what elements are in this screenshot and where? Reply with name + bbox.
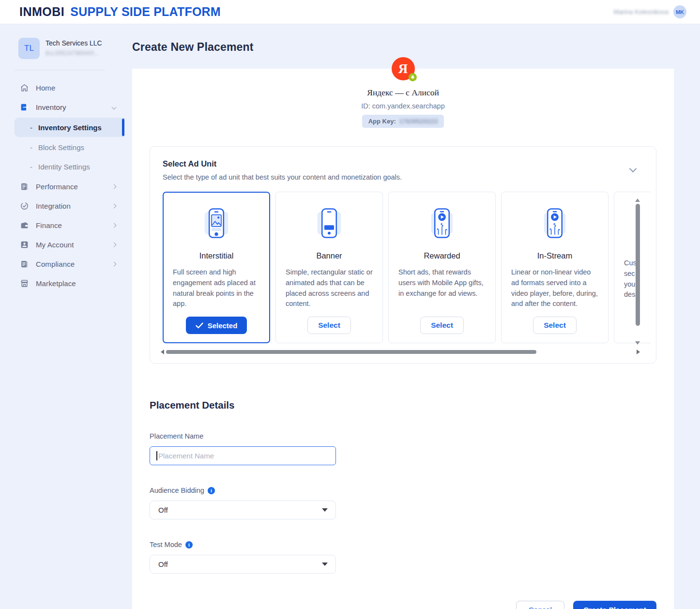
horizontal-scrollbar[interactable]	[161, 349, 640, 355]
ad-card-in-stream[interactable]: In-Stream Linear or non-linear video ad …	[501, 192, 609, 343]
yandex-glyph: Я	[398, 62, 408, 76]
app-header: Я Яндекс — с Алисой ID: com.yandex.searc…	[132, 69, 674, 128]
scroll-down-arrow[interactable]	[635, 341, 640, 345]
sidebar-item-label: Integration	[36, 202, 71, 210]
test-mode-select[interactable]: Off	[150, 555, 336, 574]
ad-card-description: Full screen and high engagement ads plac…	[173, 267, 260, 309]
top-bar: INMOBI SUPPLY SIDE PLATFORM Marina Koles…	[0, 0, 700, 24]
dash-bullet: -	[30, 143, 32, 152]
ad-unit-title: Select Ad Unit	[163, 159, 643, 168]
sidebar: TL Tech Services LLC 8cc39524798940f... …	[0, 24, 124, 609]
home-icon	[19, 83, 29, 92]
test-mode-label: Test Mode i	[150, 541, 656, 548]
main-content: Create New Placement Я Яндекс — с Алисой…	[124, 24, 700, 609]
ad-card-rewarded[interactable]: Rewarded Short ads, that rewards users w…	[388, 192, 496, 343]
ad-card-interstitial[interactable]: Interstitial Full screen and high engage…	[163, 192, 270, 343]
account-name: Tech Services LLC	[46, 38, 102, 47]
cancel-button[interactable]: Cancel	[516, 601, 564, 609]
ad-card-title: Interstitial	[173, 251, 260, 260]
brand-product: SUPPLY SIDE PLATFORM	[70, 5, 221, 19]
sidebar-item-label: Marketplace	[36, 279, 76, 288]
chevron-right-icon	[112, 261, 117, 266]
app-key-pill: App Key: 17839520223	[362, 115, 444, 128]
audience-bidding-label: Audience Bidding i	[150, 487, 656, 494]
select-ad-unit-section: Select Ad Unit Select the type of ad uni…	[150, 146, 656, 364]
page-title: Create New Placement	[132, 41, 674, 54]
ad-card-banner[interactable]: Banner Simple, rectangular static or ani…	[275, 192, 383, 343]
placement-name-input[interactable]	[150, 446, 336, 465]
form-actions: Cancel Create Placement	[132, 601, 674, 609]
sidebar-item-identity-settings[interactable]: - Identity Settings	[0, 157, 124, 176]
selected-button[interactable]: Selected	[186, 317, 247, 334]
sidebar-item-label: Inventory Settings	[38, 123, 102, 132]
info-icon[interactable]: i	[208, 487, 215, 494]
dash-bullet: -	[30, 163, 32, 171]
vertical-scrollbar[interactable]	[635, 198, 640, 345]
app-name: Яндекс — с Алисой	[367, 88, 439, 98]
scroll-right-arrow[interactable]	[637, 350, 640, 354]
check-icon	[196, 322, 203, 329]
sidebar-item-compliance[interactable]: Compliance	[0, 254, 124, 274]
create-placement-button[interactable]: Create Placement	[573, 601, 656, 609]
placement-name-label: Placement Name	[150, 432, 656, 440]
placement-card: Я Яндекс — с Алисой ID: com.yandex.searc…	[132, 69, 674, 609]
ad-unit-subtitle: Select the type of ad unit that best sui…	[163, 173, 643, 181]
finance-icon	[19, 220, 29, 230]
brand-logo: INMOBI SUPPLY SIDE PLATFORM	[19, 5, 221, 19]
sidebar-item-marketplace[interactable]: Marketplace	[0, 274, 124, 293]
vertical-scrollbar-thumb[interactable]	[636, 204, 640, 326]
integration-icon	[19, 201, 29, 211]
ad-card-partial[interactable]: Cus sec you des	[614, 192, 651, 343]
horizontal-scrollbar-thumb[interactable]	[166, 350, 536, 354]
user-menu[interactable]: Marina Kolesnikova MK	[614, 5, 686, 18]
scroll-left-arrow[interactable]	[161, 350, 164, 354]
app-bundle-id: ID: com.yandex.searchapp	[361, 102, 444, 110]
dropdown-caret-icon	[322, 563, 328, 566]
audience-bidding-select[interactable]: Off	[150, 501, 336, 519]
sidebar-item-label: Compliance	[36, 260, 75, 268]
compliance-icon	[19, 259, 29, 269]
selected-indicator-bar	[122, 119, 124, 136]
sidebar-item-inventory[interactable]: Inventory	[0, 97, 124, 117]
app-key-value: 17839520223	[399, 118, 438, 125]
user-name: Marina Kolesnikova	[614, 8, 669, 15]
placement-details-title: Placement Details	[150, 399, 656, 411]
select-button[interactable]: Select	[420, 317, 464, 334]
sidebar-item-label: Performance	[36, 183, 78, 191]
sidebar-item-label: Home	[36, 84, 55, 92]
ad-card-title: Banner	[286, 251, 373, 260]
rewarded-icon	[398, 200, 486, 246]
brand-inmobi: INMOBI	[19, 5, 64, 19]
account-id: 8cc39524798940f...	[46, 50, 102, 57]
interstitial-icon	[173, 200, 260, 246]
sidebar-item-label: Identity Settings	[38, 163, 90, 171]
sidebar-item-finance[interactable]: Finance	[0, 215, 124, 235]
text-cursor	[156, 451, 157, 460]
info-icon[interactable]: i	[185, 541, 193, 548]
ad-card-title: Rewarded	[398, 251, 486, 260]
account-card[interactable]: TL Tech Services LLC 8cc39524798940f...	[0, 38, 124, 59]
storefront-icon	[19, 278, 29, 288]
sidebar-item-my-account[interactable]: My Account	[0, 235, 124, 254]
ad-card-title: In-Stream	[511, 251, 598, 260]
sidebar-item-home[interactable]: Home	[0, 78, 124, 97]
sidebar-item-integration[interactable]: Integration	[0, 196, 124, 215]
user-avatar[interactable]: MK	[673, 5, 686, 18]
sidebar-item-block-settings[interactable]: - Block Settings	[0, 138, 124, 156]
sidebar-item-inventory-settings[interactable]: - Inventory Settings	[15, 118, 124, 137]
inventory-icon	[19, 102, 29, 112]
sidebar-item-performance[interactable]: Performance	[0, 177, 124, 196]
chevron-right-icon	[112, 223, 117, 228]
select-button[interactable]: Select	[307, 317, 351, 334]
in-stream-icon	[511, 200, 598, 246]
dropdown-caret-icon	[322, 508, 328, 512]
select-button[interactable]: Select	[533, 317, 577, 334]
yandex-app-icon: Я	[392, 57, 415, 80]
sidebar-item-label: Inventory	[36, 103, 66, 111]
sidebar-item-label: Block Settings	[38, 143, 84, 152]
scroll-up-arrow[interactable]	[635, 198, 640, 202]
chevron-right-icon	[112, 184, 117, 189]
test-mode-value: Off	[158, 560, 168, 568]
horizontal-scroll-track[interactable]	[166, 350, 635, 354]
sidebar-divider	[15, 70, 105, 70]
